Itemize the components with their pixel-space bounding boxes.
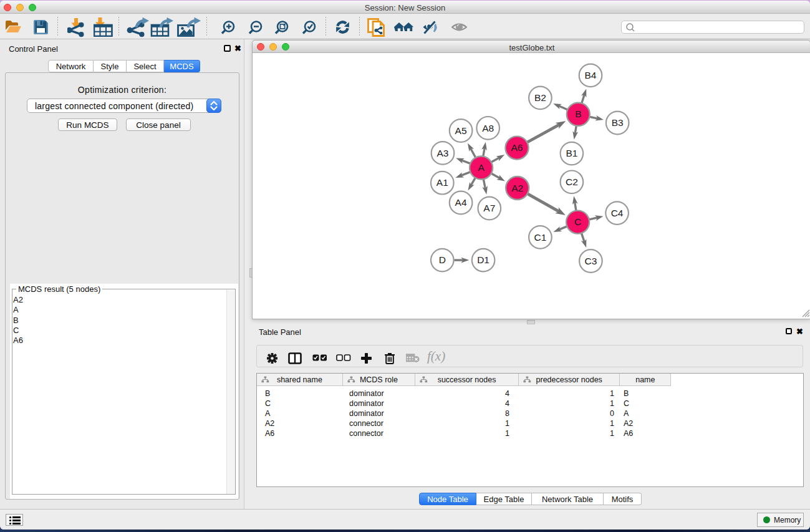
- svg-text:D1: D1: [477, 254, 489, 265]
- svg-text:A3: A3: [437, 148, 449, 158]
- svg-text:C1: C1: [534, 232, 546, 243]
- svg-text:C3: C3: [584, 256, 597, 266]
- svg-text:A: A: [478, 162, 485, 173]
- svg-text:C2: C2: [566, 177, 578, 187]
- svg-text:B2: B2: [534, 92, 546, 103]
- svg-text:A7: A7: [483, 203, 495, 213]
- svg-text:B4: B4: [585, 70, 597, 80]
- svg-text:B3: B3: [612, 117, 624, 128]
- svg-text:A6: A6: [511, 142, 523, 153]
- svg-text:C: C: [574, 216, 581, 227]
- svg-text:A4: A4: [455, 197, 467, 208]
- svg-text:A2: A2: [511, 183, 523, 193]
- svg-text:D: D: [439, 254, 446, 265]
- svg-text:B1: B1: [566, 148, 577, 158]
- svg-text:B: B: [575, 109, 581, 119]
- svg-text:C4: C4: [611, 208, 624, 218]
- svg-text:A8: A8: [482, 123, 494, 133]
- svg-text:A1: A1: [436, 177, 448, 188]
- svg-text:A5: A5: [455, 125, 467, 136]
